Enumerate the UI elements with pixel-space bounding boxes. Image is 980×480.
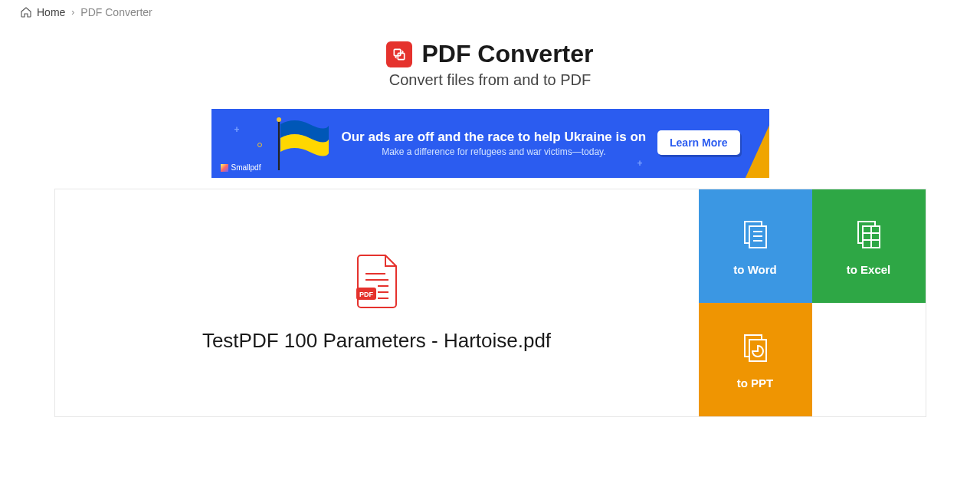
convert-to-excel-label: to Excel bbox=[847, 263, 891, 276]
breadcrumb-home-link[interactable]: Home bbox=[37, 6, 65, 18]
ukraine-flag-icon bbox=[271, 117, 333, 175]
svg-point-3 bbox=[277, 117, 281, 122]
page-header: PDF Converter Convert files from and to … bbox=[0, 40, 980, 89]
convert-options: to Word to Excel bbox=[699, 189, 926, 416]
home-icon bbox=[20, 6, 32, 18]
decorative-triangle bbox=[729, 121, 769, 178]
banner-brand-tag: Smallpdf bbox=[221, 163, 261, 172]
breadcrumb-current: PDF Converter bbox=[80, 6, 152, 18]
learn-more-button[interactable]: Learn More bbox=[657, 130, 739, 155]
file-drop-area[interactable]: PDF TestPDF 100 Parameters - Hartoise.pd… bbox=[55, 189, 699, 416]
convert-to-word-button[interactable]: to Word bbox=[699, 189, 812, 303]
decorative-circle-icon bbox=[257, 143, 262, 147]
empty-option-slot bbox=[812, 303, 926, 416]
decorative-plus-icon: + bbox=[234, 124, 240, 135]
convert-to-excel-button[interactable]: to Excel bbox=[812, 189, 926, 303]
breadcrumb-separator: › bbox=[71, 7, 74, 18]
banner-subtext: Make a difference for refugees and war v… bbox=[382, 146, 605, 157]
banner-headline: Our ads are off and the race to help Ukr… bbox=[342, 130, 647, 145]
breadcrumb: Home › PDF Converter bbox=[0, 0, 980, 25]
pdf-file-icon: PDF bbox=[355, 254, 399, 312]
converter-panel: PDF TestPDF 100 Parameters - Hartoise.pd… bbox=[54, 189, 926, 417]
page-title: PDF Converter bbox=[421, 40, 593, 68]
convert-to-ppt-button[interactable]: to PPT bbox=[699, 303, 812, 416]
smallpdf-logo-icon bbox=[221, 164, 228, 172]
svg-text:PDF: PDF bbox=[359, 291, 374, 298]
promo-banner[interactable]: + + Smallpdf Our ads are off and the rac… bbox=[211, 109, 769, 178]
file-name: TestPDF 100 Parameters - Hartoise.pdf bbox=[202, 329, 551, 353]
banner-brand-label: Smallpdf bbox=[231, 163, 261, 172]
convert-to-ppt-label: to PPT bbox=[737, 376, 774, 390]
pdf-converter-logo-icon bbox=[386, 41, 412, 67]
convert-to-word-label: to Word bbox=[733, 263, 776, 276]
ppt-doc-icon bbox=[739, 330, 772, 367]
page-subtitle: Convert files from and to PDF bbox=[0, 71, 980, 89]
decorative-plus-icon: + bbox=[637, 158, 642, 169]
word-doc-icon bbox=[739, 217, 772, 254]
excel-doc-icon bbox=[852, 217, 886, 254]
